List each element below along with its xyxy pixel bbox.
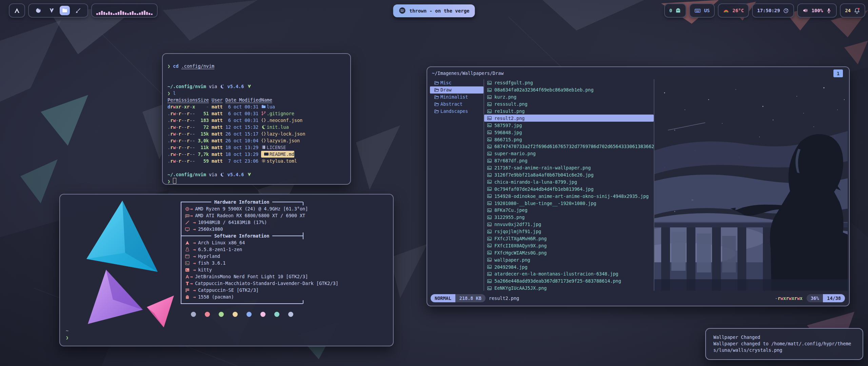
file-row[interactable]: FXfcHgcWIAMzs0G.png	[484, 249, 654, 256]
microphone-icon	[826, 8, 832, 14]
current-path: ~/Imagenes/Wallpapers/Draw	[432, 70, 504, 76]
workspace-vim[interactable]	[46, 6, 57, 15]
ls-file-entry: .rw-r--r--3,0kmatt26 oct 10:04lazyvim.js…	[167, 137, 350, 144]
sidebar-folder-draw[interactable]: Draw	[430, 86, 484, 94]
nvim-icon	[247, 84, 252, 89]
file-row[interactable]: EeNKYgIUcAAJ5JX.png	[484, 285, 654, 291]
file-row[interactable]: re1sult.png	[484, 108, 654, 115]
desktop: thrown - on the verge 0 US 26°C 17:50:29	[0, 0, 868, 366]
now-playing-title: thrown - on the verge	[409, 8, 469, 14]
folder-open-icon	[434, 95, 439, 100]
workspace-firefox[interactable]	[33, 6, 43, 15]
palette-dot	[191, 312, 196, 317]
fetch-row: →6.5.8-zen1-1-zen	[181, 246, 303, 253]
sidebar-folder-misc[interactable]: Misc	[430, 79, 484, 86]
folder-name: Misc	[440, 80, 452, 85]
file-row[interactable]: ressdfgult.png	[484, 79, 654, 86]
ls-header-date: Date Modified	[225, 97, 261, 103]
folder-open-icon	[434, 80, 439, 85]
hardware-section-header: Hardware Information	[181, 199, 303, 205]
file-name: 0c794faf07de24a4db4d4fb1eb813964.jpg	[494, 186, 594, 192]
parent-directory-list: MiscDrawMinimalistAbstractLandscapes	[430, 79, 484, 291]
file-row[interactable]: 87r687df.png	[484, 157, 654, 164]
terminal-window[interactable]: ❯ cd .config/nvim ~/.config/nvim via v5.…	[162, 53, 351, 185]
file-size: 218.8 KB	[455, 294, 486, 302]
tab-badge[interactable]: 1	[833, 69, 843, 77]
file-row[interactable]: rsjqojlmjhf91.jpg	[484, 228, 654, 235]
file-row[interactable]: 3122955.png	[484, 214, 654, 221]
file-row[interactable]: 0c794faf07de24a4db4d4fb1eb813964.jpg	[484, 185, 654, 192]
file-row[interactable]: nnvuv0xj2df71.jpg	[484, 221, 654, 228]
file-name: resssult.png	[494, 101, 528, 107]
command-cd: cd	[173, 63, 178, 69]
file-row[interactable]: 866715.png	[484, 136, 654, 143]
weather-module[interactable]: 26°C	[718, 3, 749, 18]
notifications-module[interactable]: 24	[840, 3, 865, 18]
file-row[interactable]: wallpaper.png	[484, 256, 654, 263]
clock-module[interactable]: 17:50:29	[752, 3, 794, 18]
file-name: FXfcHgcWIAMzs0G.png	[494, 250, 547, 256]
file-row[interactable]: 20492984.jpg	[484, 263, 654, 270]
file-row[interactable]: 217167-sad-anime-rain-wallpaper.png	[484, 164, 654, 171]
hardware-title: Hardware Information	[211, 199, 273, 205]
sidebar-folder-minimalist[interactable]: Minimalist	[430, 94, 484, 101]
fetch-value: 868x366	[198, 226, 223, 232]
file-name: LICENSE	[267, 144, 286, 151]
updates-module[interactable]: 0	[664, 3, 686, 18]
file-name: result2.png	[494, 116, 525, 121]
file-row[interactable]: FXfcII0X0AQyn9X.png	[484, 242, 654, 249]
file-row[interactable]: 596848.jpg	[484, 129, 654, 136]
media-player-pill[interactable]: thrown - on the verge	[393, 4, 475, 17]
folder-name: Landscapes	[440, 108, 468, 114]
file-row[interactable]: super-mario.png	[484, 150, 654, 157]
git-icon	[261, 110, 267, 117]
file-name: atardecer-en-la-montanas-ilustracion-634…	[494, 271, 618, 277]
folder-open-icon	[434, 109, 439, 114]
prompt-symbol: ❯	[167, 63, 170, 69]
ram-icon	[185, 220, 193, 225]
notification-popup[interactable]: Wallpaper Changed Wallpaper changed to /…	[705, 328, 863, 360]
file-permissions: -rwxrwxrwx	[775, 296, 803, 301]
sidebar-folder-landscapes[interactable]: Landscapes	[430, 108, 484, 115]
file-row[interactable]: 587597.jpg	[484, 122, 654, 129]
file-row[interactable]: 3126f7e9bbf21a8a4af0b67b041c6e26.jpg	[484, 171, 654, 179]
file-row[interactable]: atardecer-en-la-montanas-ilustracion-634…	[484, 270, 654, 278]
lua-version: v5.4.6	[228, 172, 244, 177]
notifications-count: 24	[845, 8, 851, 13]
file-name: FXfcJlTXgAMvH6R.png	[494, 236, 547, 241]
fetch-shell-prompt: ~ ❯	[66, 327, 68, 341]
file-name: EeNKYgIUcAAJ5JX.png	[494, 285, 547, 291]
software-section-header: Software Information	[181, 232, 303, 239]
keyboard-layout-module[interactable]: US	[689, 3, 715, 18]
app-launcher-button[interactable]	[9, 3, 25, 18]
audio-module[interactable]: 100%	[797, 3, 837, 18]
image-file-icon	[487, 158, 492, 163]
fetch-value: AMD ATI Radeon RX 6800/6800 XT / 6900 XT	[195, 212, 305, 219]
file-row[interactable]: 08a634fa02a32364f69ebc86a98eb1eb.png	[484, 86, 654, 94]
file-row[interactable]: kurz.png	[484, 94, 654, 101]
image-file-icon	[487, 222, 492, 227]
arrow-icon: →	[193, 253, 196, 260]
file-row[interactable]: 8FKa7Cu.jpeg	[484, 207, 654, 214]
file-row[interactable]: resssult.png	[484, 101, 654, 108]
file-row[interactable]: 154928-odinokoe_anime-art-anime-okno-sin…	[484, 192, 654, 200]
file-row[interactable]: FXfcJlTXgAMvH6R.png	[484, 235, 654, 242]
fetch-row: →Catppuccin-SE [GTK2/3]	[181, 287, 303, 293]
file-name: lazy-lock.json	[267, 130, 305, 137]
palette-dot	[288, 312, 293, 317]
file-manager-window[interactable]: ~/Imagenes/Wallpapers/Draw 1 MiscDrawMin…	[427, 66, 850, 306]
workspace-brush[interactable]	[73, 6, 83, 15]
fetch-row: →kitty	[181, 266, 303, 273]
file-row[interactable]: chica-mirando-la-luna-8799.jpg	[484, 178, 654, 185]
workspace-folder-active[interactable]	[60, 6, 70, 15]
fetch-window[interactable]: Hardware Information →AMD Ryzen 9 5900X …	[59, 194, 394, 346]
file-row[interactable]: result2.png	[484, 115, 654, 122]
file-row[interactable]: 19201080-__blue-tinge__-1920×1080.jpg	[484, 200, 654, 207]
image-file-icon	[487, 130, 492, 135]
file-row[interactable]: 5a266e448add93deab367d87173e9f25-6837886…	[484, 278, 654, 285]
sidebar-folder-abstract[interactable]: Abstract	[430, 101, 484, 108]
workspaces	[28, 3, 88, 18]
file-row[interactable]: 68747470733a2f2f696d616765732d7769786d70…	[484, 143, 654, 150]
palette-dot	[205, 312, 210, 317]
palette-dot	[260, 312, 265, 317]
